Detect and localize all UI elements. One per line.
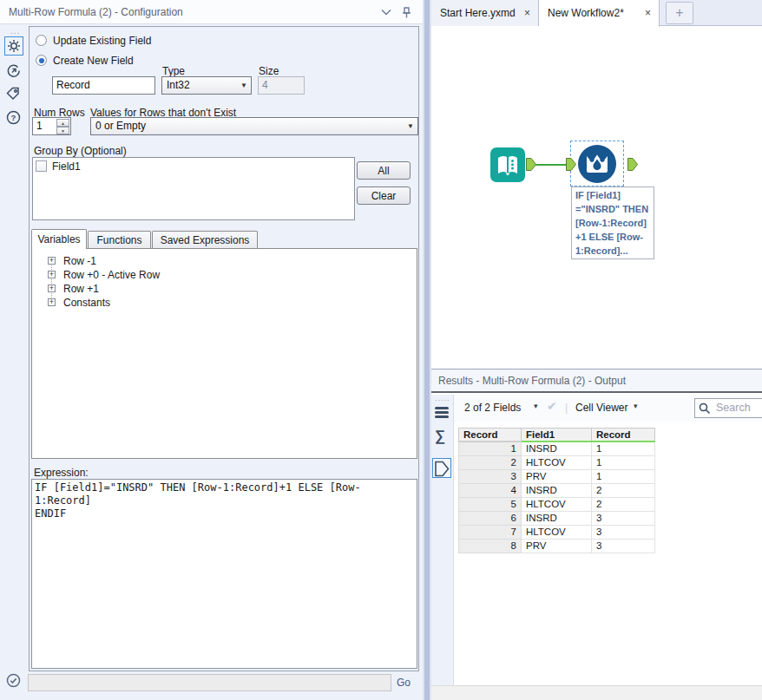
apply-check-icon[interactable]: ✔ <box>547 399 557 413</box>
size-label: Size <box>259 65 279 77</box>
variables-tree[interactable]: +Row -1 +Row +0 - Active Row +Row +1 +Co… <box>31 248 417 459</box>
tab-variables[interactable]: Variables <box>31 229 87 249</box>
fields-dropdown-arrow-icon[interactable]: ▾ <box>534 402 538 410</box>
spinner-up-button[interactable]: ▲ <box>56 119 69 127</box>
spinner-down-button[interactable]: ▼ <box>56 127 69 134</box>
radio-update-existing-field[interactable] <box>36 35 47 46</box>
table-row: 2HLTCOV1 <box>459 455 655 469</box>
tool-text-input[interactable] <box>490 147 525 182</box>
results-panel: Results - Multi-Row Formula (2) - Output… <box>431 369 762 700</box>
tree-item-row-minus1[interactable]: Row -1 <box>63 255 96 267</box>
tab-start-here[interactable]: Start Here.yxmd × <box>431 0 539 26</box>
configuration-titlebar: Multi-Row Formula (2) - Configuration <box>0 0 423 24</box>
tree-item-row-plus1[interactable]: Row +1 <box>63 283 99 295</box>
panel-drag-handle[interactable]: ... <box>10 26 20 36</box>
tab-new-workflow2[interactable]: New Workflow2* × <box>539 0 660 27</box>
close-tab-icon[interactable]: × <box>645 7 651 19</box>
results-table[interactable]: Record Field1 Record 1INSRD1 2HLTCOV1 3P… <box>458 428 655 553</box>
expression-label: Expression: <box>34 467 89 479</box>
help-icon[interactable]: ? <box>5 109 23 127</box>
column-header-record-number[interactable]: Record <box>459 429 522 442</box>
group-by-label: Group By (Optional) <box>34 145 127 157</box>
metadata-view-icon[interactable]: ∑ <box>435 428 445 445</box>
clear-button[interactable]: Clear <box>357 186 411 205</box>
results-titlebar: Results - Multi-Row Formula (2) - Output <box>431 370 762 393</box>
tree-item-row-0[interactable]: Row +0 - Active Row <box>63 269 160 281</box>
tag-annotation-icon[interactable] <box>5 86 23 103</box>
tab-saved-expressions[interactable]: Saved Expressions <box>152 231 258 249</box>
group-by-field1-checkbox[interactable] <box>36 160 47 172</box>
table-row: 6INSRD3 <box>459 511 655 525</box>
svg-text:?: ? <box>11 113 16 122</box>
alteryx-designer-window: Multi-Row Formula (2) - Configuration ..… <box>0 0 762 700</box>
group-by-field1-label: Field1 <box>52 160 81 173</box>
panel-drag-handle[interactable]: ..... <box>435 394 450 402</box>
toolbar-separator: | <box>565 402 568 414</box>
expression-editor[interactable]: IF [Field1]="INSRD" THEN [Row-1:Record]+… <box>31 479 417 669</box>
cell-viewer-arrow-icon[interactable]: ▾ <box>634 402 638 410</box>
workflow-canvas[interactable]: IF [Field1] ="INSRD" THEN [Row-1:Record]… <box>431 26 762 369</box>
cell-viewer-dropdown[interactable]: Cell Viewer <box>575 402 627 414</box>
tab-functions[interactable]: Functions <box>88 231 151 249</box>
radio-update-existing-label: Update Existing Field <box>53 35 151 47</box>
radio-create-new-field[interactable] <box>36 55 47 66</box>
table-row: 4INSRD2 <box>459 483 655 497</box>
radio-create-new-label: Create New Field <box>53 55 134 67</box>
tree-expand-icon[interactable]: + <box>48 257 56 265</box>
tree-item-constants[interactable]: Constants <box>63 297 110 309</box>
dropdown-arrow-icon: ▼ <box>407 122 414 130</box>
type-label: Type <box>162 65 185 77</box>
all-button[interactable]: All <box>357 161 411 180</box>
results-icon-strip: ..... ∑ <box>431 395 454 685</box>
dropdown-arrow-icon: ▼ <box>240 82 247 89</box>
search-box[interactable] <box>694 398 762 418</box>
configuration-panel: Multi-Row Formula (2) - Configuration ..… <box>0 0 423 700</box>
new-field-name-input[interactable]: Record <box>52 76 155 95</box>
run-check-icon[interactable] <box>5 672 23 690</box>
pin-icon[interactable] <box>400 6 414 20</box>
results-title: Results - Multi-Row Formula (2) - Output <box>438 375 626 387</box>
fields-dropdown[interactable]: 2 of 2 Fields <box>464 402 521 414</box>
input-anchor-icon[interactable] <box>566 158 576 171</box>
column-header-record[interactable]: Record <box>592 429 655 442</box>
close-tab-icon[interactable]: × <box>524 7 530 19</box>
type-dropdown[interactable]: Int32▼ <box>161 76 252 95</box>
panel-splitter[interactable] <box>423 0 431 700</box>
expression-search-input[interactable] <box>28 674 391 691</box>
output-anchor-icon[interactable] <box>627 158 638 171</box>
table-row: 7HLTCOV3 <box>459 525 655 539</box>
column-header-field1[interactable]: Field1 <box>522 429 592 442</box>
tree-expand-icon[interactable]: + <box>48 285 56 292</box>
search-icon <box>699 402 711 415</box>
tree-expand-icon[interactable]: + <box>48 271 56 278</box>
table-row: 8PRV3 <box>459 539 655 553</box>
num-rows-spinner[interactable]: 1 ▲ ▼ <box>32 117 71 135</box>
configuration-content: Update Existing Field Create New Field T… <box>29 26 419 671</box>
new-tab-button[interactable]: + <box>666 2 693 24</box>
results-toolbar: 2 of 2 Fields ▾ ✔ | Cell Viewer ▾ <box>454 395 762 422</box>
output-connection-icon[interactable] <box>432 458 451 478</box>
tree-expand-icon[interactable]: + <box>48 298 56 306</box>
group-by-listbox[interactable]: Field1 <box>32 157 355 220</box>
table-row: 1INSRD1 <box>459 442 655 455</box>
tool-multi-row-formula[interactable] <box>578 145 616 183</box>
data-view-icon[interactable] <box>435 407 449 420</box>
go-button[interactable]: Go <box>397 677 411 689</box>
workflow-tabbar: Start Here.yxmd × New Workflow2* × + <box>431 0 762 26</box>
configuration-tab-icon[interactable] <box>4 36 23 56</box>
search-input[interactable] <box>714 401 762 415</box>
table-header-row: Record Field1 Record <box>459 429 655 442</box>
output-anchor-icon[interactable] <box>526 158 536 171</box>
horizontal-scrollbar[interactable] <box>431 685 762 700</box>
values-dropdown[interactable]: 0 or Empty▼ <box>90 117 418 135</box>
size-input: 4 <box>258 76 305 95</box>
table-row: 5HLTCOV2 <box>459 497 655 511</box>
performance-profile-icon[interactable] <box>5 62 23 80</box>
collapse-chevron-icon[interactable] <box>380 6 394 20</box>
table-row: 3PRV1 <box>459 469 655 483</box>
configuration-title: Multi-Row Formula (2) - Configuration <box>9 6 183 18</box>
tool-annotation[interactable]: IF [Field1] ="INSRD" THEN [Row-1:Record]… <box>571 186 654 259</box>
